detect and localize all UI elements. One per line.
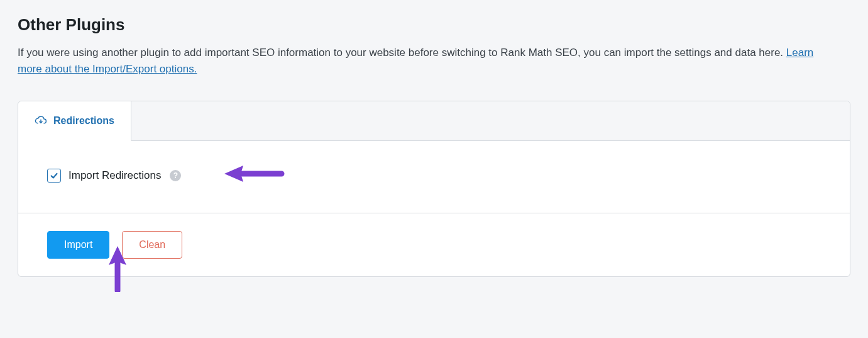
tab-redirections[interactable]: Redirections [18, 101, 131, 141]
page-title: Other Plugins [18, 15, 850, 35]
panel-content: Import Redirections ? [18, 141, 850, 213]
page-description: If you were using another plugin to add … [18, 45, 835, 77]
import-redirections-checkbox[interactable] [47, 169, 61, 183]
import-panel: Redirections Import Redirections ? Impor… [18, 101, 850, 277]
clean-button[interactable]: Clean [122, 231, 182, 259]
button-row: Import Clean [18, 213, 850, 276]
page-description-text: If you were using another plugin to add … [18, 47, 786, 59]
import-button[interactable]: Import [47, 231, 109, 259]
help-icon[interactable]: ? [170, 170, 181, 181]
import-redirections-label: Import Redirections [69, 169, 161, 182]
tab-label: Redirections [53, 115, 114, 127]
cloud-download-icon [35, 116, 47, 126]
tab-bar: Redirections [18, 101, 850, 141]
import-redirections-row: Import Redirections ? [47, 169, 821, 183]
